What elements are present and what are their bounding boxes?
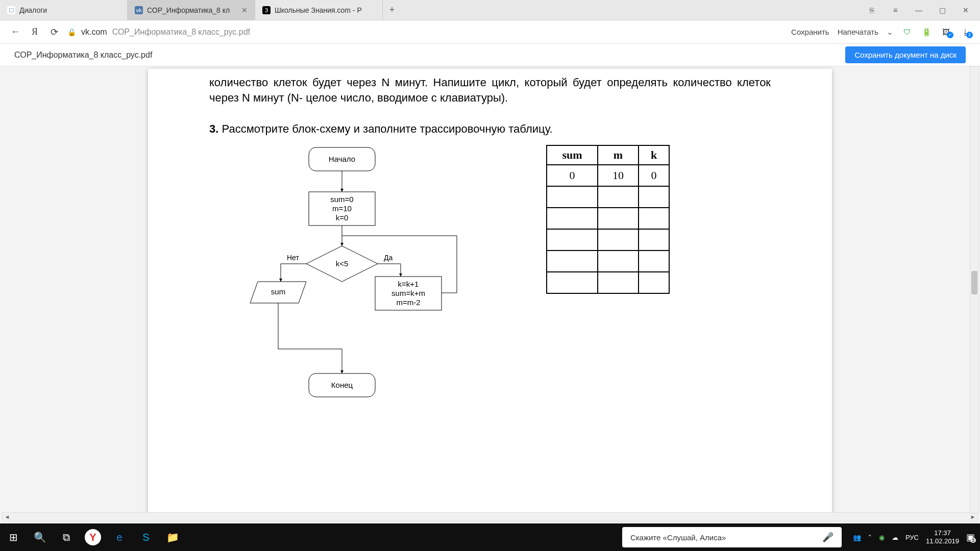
table-row — [547, 229, 669, 251]
save-page-button[interactable]: Сохранить — [791, 28, 829, 36]
battery-icon[interactable]: 🔋 — [921, 28, 932, 37]
task3-text: Рассмотрите блок-схему и заполните трасс… — [222, 122, 552, 135]
th-k: k — [639, 145, 669, 165]
menu-icon[interactable]: ≡ — [888, 6, 902, 14]
alisa-prompt: Скажите «Слушай, Алиса» — [630, 533, 726, 542]
window-controls: ⎘ ≡ ― ▢ ✕ — [857, 0, 980, 20]
horizontal-scrollbar[interactable]: ◄ ► — [2, 512, 978, 521]
th-m: m — [598, 145, 639, 165]
task3-number: 3. — [209, 122, 218, 135]
print-button[interactable]: Напечатать — [838, 28, 878, 36]
flow-cond: k<5 — [336, 259, 349, 268]
download-icon[interactable]: ⭳2 — [960, 28, 971, 36]
task3-heading: 3. Рассмотрите блок-схему и заполните тр… — [209, 122, 771, 136]
pdf-page: количество клеток будет через N минут. Н… — [148, 69, 832, 518]
save-to-disk-button[interactable]: Сохранить документ на диск — [845, 46, 966, 63]
table-row — [547, 208, 669, 229]
language-indicator[interactable]: РУС — [905, 534, 919, 541]
table-row — [547, 186, 669, 208]
minimize-button[interactable]: ― — [912, 6, 926, 14]
tray-chevron-up-icon[interactable]: ˄ — [868, 534, 872, 541]
tab-sor-informatika[interactable]: vk СОР_Информатика_8 кл ✕ — [128, 0, 255, 20]
flow-no-label: Нет — [287, 254, 299, 262]
search-icon[interactable]: 🔍 — [27, 523, 53, 551]
yandex-home-button[interactable]: Я — [29, 27, 41, 37]
back-button[interactable]: ← — [9, 27, 21, 37]
edge-icon[interactable]: e — [106, 523, 133, 551]
new-tab-button[interactable]: + — [383, 0, 401, 20]
flow-yes-label: Да — [384, 254, 393, 262]
maximize-button[interactable]: ▢ — [935, 6, 949, 14]
download-count-badge: 2 — [966, 32, 973, 38]
task-view-icon[interactable]: ⧉ — [53, 523, 80, 551]
scroll-right-arrow-icon[interactable]: ► — [968, 513, 977, 521]
cell: 0 — [547, 165, 598, 186]
tab-dialogs[interactable]: ▢ Диалоги — [0, 0, 128, 20]
picture-badge: ✓ — [947, 32, 953, 38]
table-row — [547, 251, 669, 272]
tab-label: Диалоги — [19, 6, 47, 14]
url-field[interactable]: 🔒 vk.com СОР_Информатика_8 класс_рус.pdf — [67, 28, 784, 37]
th-sum: sum — [547, 145, 598, 165]
scroll-thumb[interactable] — [971, 271, 977, 294]
reload-button[interactable]: ⟳ — [48, 27, 60, 38]
task2-paragraph: количество клеток будет через N минут. Н… — [209, 75, 771, 105]
close-icon[interactable]: ✕ — [241, 6, 248, 14]
windows-taskbar: ⊞ 🔍 ⧉ Y e S 📁 Скажите «Слушай, Алиса» 🎤 … — [0, 523, 980, 551]
flow-start: Начало — [329, 155, 355, 163]
flow-output: sum — [271, 287, 285, 296]
cell: 10 — [598, 165, 639, 186]
skype-icon[interactable]: S — [133, 523, 159, 551]
flow-end: Конец — [331, 381, 353, 389]
lock-icon: 🔒 — [67, 28, 76, 36]
url-host: vk.com — [81, 28, 107, 37]
system-tray: 👥 ˄ ◉ ☁ РУС 17:37 11.02.2019 ▣3 — [848, 529, 980, 545]
flowchart: Начало sum=0 m=10 k=0 k<5 Нет sum — [230, 145, 475, 410]
flow-body3: m=m-2 — [396, 298, 420, 307]
alisa-search-bar[interactable]: Скажите «Слушай, Алиса» 🎤 — [622, 527, 842, 547]
network-icon[interactable]: ☁ — [892, 534, 898, 541]
scroll-left-arrow-icon[interactable]: ◄ — [3, 513, 12, 521]
notification-count: 3 — [970, 538, 976, 543]
table-row: 0 10 0 — [547, 165, 669, 186]
flow-init2: m=10 — [332, 204, 352, 213]
flow-body1: k=k+1 — [398, 280, 419, 288]
cell: 0 — [639, 165, 669, 186]
url-path: СОР_Информатика_8 класс_рус.pdf — [112, 28, 250, 37]
protect-shield-icon[interactable]: 🛡 — [901, 28, 913, 36]
pdf-filename: СОР_Информатика_8 класс_рус.pdf — [14, 51, 152, 60]
close-window-button[interactable]: ✕ — [959, 6, 973, 14]
tray-app-icon[interactable]: ◉ — [879, 534, 885, 541]
table-row — [547, 272, 669, 293]
address-bar: ← Я ⟳ 🔒 vk.com СОР_Информатика_8 класс_р… — [0, 20, 980, 44]
znaniya-icon: З — [262, 6, 271, 14]
flow-init3: k=0 — [336, 213, 349, 222]
picture-icon[interactable]: 🖼✓ — [940, 28, 951, 36]
clock-time: 17:37 — [926, 529, 959, 537]
start-button[interactable]: ⊞ — [0, 523, 27, 551]
action-center-icon[interactable]: ▣3 — [966, 532, 975, 543]
flowchart-and-table: Начало sum=0 m=10 k=0 k<5 Нет sum — [209, 145, 771, 410]
flow-init1: sum=0 — [330, 195, 353, 204]
microphone-icon[interactable]: 🎤 — [822, 532, 834, 543]
people-icon[interactable]: 👥 — [853, 534, 861, 541]
pin-icon[interactable]: ⎘ — [865, 6, 879, 14]
chevron-down-icon[interactable]: ⌄ — [887, 28, 893, 37]
browser-tab-strip: ▢ Диалоги vk СОР_Информатика_8 кл ✕ З Шк… — [0, 0, 980, 20]
pdf-toolbar: СОР_Информатика_8 класс_рус.pdf Сохранит… — [0, 44, 980, 66]
vk-icon: vk — [135, 6, 143, 14]
flow-body2: sum=k+m — [391, 289, 425, 297]
clock-date: 11.02.2019 — [926, 537, 959, 545]
trace-table: sum m k 0 10 0 — [546, 145, 670, 294]
yandex-browser-icon[interactable]: Y — [85, 529, 101, 545]
document-viewport[interactable]: количество клеток будет через N минут. Н… — [0, 66, 980, 523]
file-explorer-icon[interactable]: 📁 — [159, 523, 186, 551]
tab-label: Школьные Знания.com - Р — [275, 6, 362, 14]
vertical-scrollbar[interactable] — [970, 66, 979, 513]
tab-znaniya[interactable]: З Школьные Знания.com - Р — [255, 0, 383, 20]
clock[interactable]: 17:37 11.02.2019 — [926, 529, 959, 545]
tab-label: СОР_Информатика_8 кл — [147, 6, 230, 14]
vk-messages-icon: ▢ — [7, 6, 15, 14]
